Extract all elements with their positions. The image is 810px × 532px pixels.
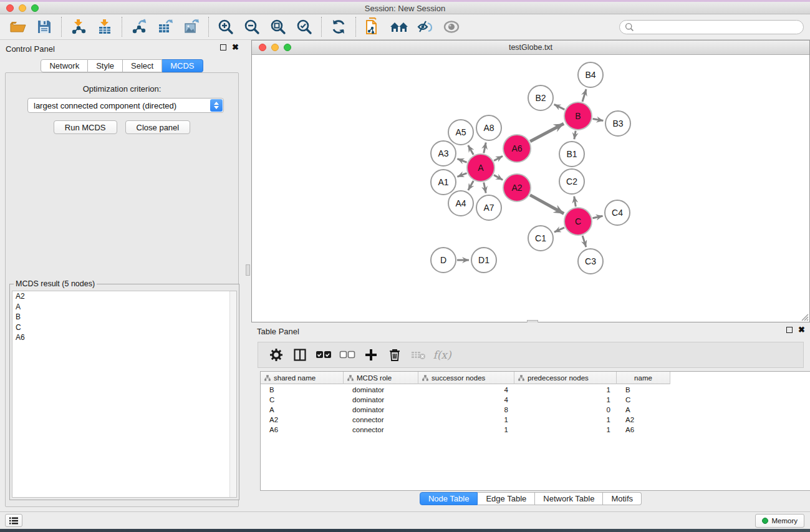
tab-network-table[interactable]: Network Table xyxy=(535,492,603,505)
edge-A-A4[interactable] xyxy=(468,181,474,190)
delete-column-button[interactable] xyxy=(383,344,407,366)
result-item[interactable]: B xyxy=(12,312,236,322)
table-row[interactable]: Adominator80A xyxy=(261,405,810,415)
close-panel-icon[interactable]: ✖ xyxy=(232,44,239,51)
export-network-button[interactable] xyxy=(126,16,152,38)
column-header-successor-nodes[interactable]: successor nodes xyxy=(418,372,514,384)
refresh-button[interactable] xyxy=(325,16,352,38)
zoom-out-button[interactable] xyxy=(239,16,265,38)
node-A8[interactable]: A8 xyxy=(476,115,501,140)
column-header-name[interactable]: name xyxy=(617,372,670,384)
edge-C-C4[interactable] xyxy=(592,216,602,218)
result-item[interactable]: C xyxy=(12,322,236,333)
node-B4[interactable]: B4 xyxy=(578,62,603,87)
tab-edge-table[interactable]: Edge Table xyxy=(478,492,535,505)
table-row[interactable]: Cdominator41C xyxy=(261,395,810,405)
edge-B-B1[interactable] xyxy=(574,131,576,140)
float-panel-icon[interactable] xyxy=(220,44,226,51)
search-input[interactable] xyxy=(634,21,803,33)
mcds-result-list[interactable]: A2ABCA6 xyxy=(12,291,237,498)
criterion-dropdown[interactable]: largest connected component (directed) xyxy=(27,98,224,113)
node-A6[interactable]: A6 xyxy=(503,135,531,162)
node-C4[interactable]: C4 xyxy=(605,200,630,225)
tab-select[interactable]: Select xyxy=(123,59,162,72)
table-row[interactable]: Bdominator41B xyxy=(261,385,810,395)
node-B1[interactable]: B1 xyxy=(559,142,584,167)
network-graph-canvas[interactable]: B4B2BB3A5A8A6A3B1AA1C2A2A4A7CC4C1C3DD1 xyxy=(252,55,809,322)
node-C[interactable]: C xyxy=(564,208,592,235)
run-mcds-button[interactable]: Run MCDS xyxy=(54,120,117,134)
result-item[interactable]: A2 xyxy=(12,291,236,302)
node-C2[interactable]: C2 xyxy=(559,169,584,194)
node-A2[interactable]: A2 xyxy=(503,174,531,201)
unselect-all-button[interactable] xyxy=(335,344,359,366)
node-A7[interactable]: A7 xyxy=(476,195,501,220)
zoom-in-button[interactable] xyxy=(213,16,239,38)
result-item[interactable]: A xyxy=(12,302,236,312)
edge-A-A5[interactable] xyxy=(468,145,474,155)
tab-network[interactable]: Network xyxy=(41,59,88,72)
node-A3[interactable]: A3 xyxy=(431,141,456,166)
node-C3[interactable]: C3 xyxy=(578,249,603,274)
edge-A-A3[interactable] xyxy=(457,159,466,163)
import-table-button[interactable] xyxy=(92,16,118,38)
save-session-button[interactable] xyxy=(31,16,57,38)
export-table-button[interactable] xyxy=(152,16,178,38)
close-panel-button[interactable]: Close panel xyxy=(125,120,191,134)
add-column-button[interactable] xyxy=(359,344,383,366)
new-network-button[interactable] xyxy=(360,16,386,38)
column-header-mcds-role[interactable]: MCDS role xyxy=(344,372,418,384)
show-hide-button[interactable] xyxy=(412,16,438,38)
zoom-selected-button[interactable] xyxy=(291,16,317,38)
zoom-fit-button[interactable] xyxy=(265,16,291,38)
table-settings-button[interactable] xyxy=(264,344,288,366)
task-history-button[interactable] xyxy=(5,514,22,527)
memory-button[interactable]: Memory xyxy=(755,514,804,528)
edge-B-B2[interactable] xyxy=(554,104,565,109)
edge-C-C1[interactable] xyxy=(554,228,564,232)
node-A1[interactable]: A1 xyxy=(431,170,456,195)
column-header-shared-name[interactable]: shared name xyxy=(261,372,344,384)
result-scrollbar[interactable] xyxy=(229,291,236,497)
node-C1[interactable]: C1 xyxy=(528,226,553,251)
edge-C-C2[interactable] xyxy=(574,196,576,207)
node-table[interactable]: shared nameMCDS rolesuccessor nodesprede… xyxy=(260,371,810,491)
select-all-button[interactable] xyxy=(312,344,335,366)
edge-B-B4[interactable] xyxy=(582,89,586,102)
edge-B-B3[interactable] xyxy=(593,118,604,120)
node-A[interactable]: A xyxy=(467,154,494,181)
node-B[interactable]: B xyxy=(564,102,592,130)
float-table-panel-icon[interactable] xyxy=(786,327,793,333)
table-row[interactable]: A2connector11A2 xyxy=(261,415,810,425)
node-B2[interactable]: B2 xyxy=(528,85,553,110)
column-header-predecessor-nodes[interactable]: predecessor nodes xyxy=(514,372,617,384)
tab-style[interactable]: Style xyxy=(88,59,123,72)
function-builder-button[interactable]: f(x) xyxy=(430,344,454,366)
edge-A2-C[interactable] xyxy=(530,195,564,214)
eye-button[interactable] xyxy=(438,16,465,38)
divider-grip-vertical[interactable] xyxy=(246,264,250,276)
result-item[interactable]: A6 xyxy=(12,332,236,343)
tab-node-table[interactable]: Node Table xyxy=(420,492,478,505)
open-file-button[interactable] xyxy=(5,16,31,38)
edge-A6-B[interactable] xyxy=(530,123,564,142)
tab-mcds[interactable]: MCDS xyxy=(162,59,203,72)
resize-handle-icon[interactable] xyxy=(800,312,809,321)
edge-C-C3[interactable] xyxy=(582,236,586,247)
import-network-button[interactable] xyxy=(65,16,92,38)
node-D1[interactable]: D1 xyxy=(471,248,496,273)
node-A5[interactable]: A5 xyxy=(448,120,473,145)
node-D[interactable]: D xyxy=(431,248,456,273)
edge-A-A8[interactable] xyxy=(484,143,486,153)
table-row[interactable]: A6connector11A6 xyxy=(261,425,810,435)
close-table-panel-icon[interactable]: ✖ xyxy=(798,327,805,333)
edge-A-A1[interactable] xyxy=(457,173,466,177)
node-A4[interactable]: A4 xyxy=(448,191,473,216)
edge-A-A7[interactable] xyxy=(484,183,486,193)
delete-table-button[interactable] xyxy=(407,344,430,366)
node-B3[interactable]: B3 xyxy=(605,111,630,136)
edge-A-A6[interactable] xyxy=(494,156,503,160)
show-columns-button[interactable] xyxy=(288,344,312,366)
export-image-button[interactable] xyxy=(178,16,205,38)
home-button[interactable] xyxy=(386,16,412,38)
